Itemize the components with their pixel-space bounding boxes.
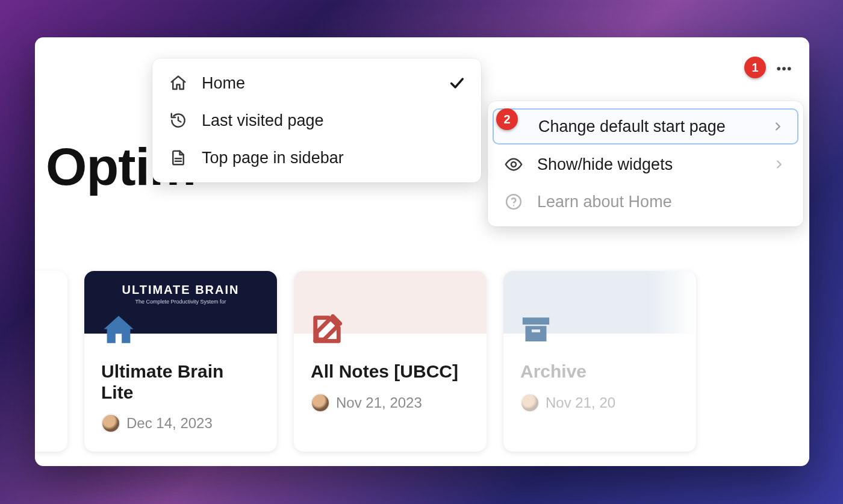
svg-rect-10 [532,329,540,332]
menu-show-hide-widgets[interactable]: Show/hide widgets [488,146,803,183]
page-card-archive[interactable]: Archive Nov 21, 20 [503,271,696,452]
history-icon [168,110,188,131]
cover-brand-subtext: The Complete Productivity System for [84,299,277,305]
menu-item-label: Show/hide widgets [537,155,771,174]
page-card-all-notes[interactable]: All Notes [UBCC] Nov 21, 2023 [294,271,487,452]
help-icon [503,191,524,212]
recent-pages-row: ULTIMATE BRAIN The Complete Productivity… [35,271,696,452]
eye-icon [503,154,524,175]
svg-point-2 [788,67,791,70]
card-stub-left [35,271,67,452]
card-date: Nov 21, 2023 [336,394,422,411]
start-page-menu: Home Last visited page Top page in sideb… [152,58,481,182]
menu-change-default-start-page[interactable]: Change default start page [493,108,798,145]
start-page-option-last-visited[interactable]: Last visited page [152,102,481,139]
svg-point-5 [513,205,514,206]
annotation-badge-2: 2 [496,108,518,130]
svg-point-3 [511,162,516,167]
svg-rect-9 [526,326,547,341]
avatar [520,393,540,412]
annotation-badge-1: 1 [744,57,766,78]
fade-overlay [648,271,696,452]
check-icon [449,75,465,92]
menu-item-label: Top page in sidebar [202,149,465,167]
overflow-menu: Change default start page Show/hide widg… [488,101,803,226]
archive-icon [519,312,556,349]
edit-icon [310,312,347,349]
menu-learn-about-home[interactable]: Learn about Home [488,183,803,220]
card-title: Ultimate Brain Lite [101,361,260,403]
avatar [311,393,330,412]
home-icon [168,73,188,93]
start-page-option-home[interactable]: Home [152,64,481,102]
more-options-button[interactable] [771,55,797,82]
card-date: Dec 14, 2023 [126,415,213,432]
card-title: All Notes [UBCC] [311,361,470,382]
app-window: Optim 1 Change default start page Show/h… [35,37,809,466]
ellipsis-icon [775,60,793,78]
menu-item-label: Last visited page [202,111,465,130]
svg-point-0 [777,67,780,70]
house-solid-icon [100,312,137,349]
menu-item-label: Home [202,74,449,93]
chevron-right-icon [771,156,788,173]
chevron-right-icon [770,118,786,135]
svg-rect-8 [523,317,549,325]
avatar [101,414,120,433]
menu-item-label: Learn about Home [537,193,788,211]
menu-item-label: Change default start page [538,117,770,136]
card-date: Nov 21, 20 [546,394,615,411]
page-icon [168,148,188,168]
page-card-ultimate-brain-lite[interactable]: ULTIMATE BRAIN The Complete Productivity… [84,271,277,452]
svg-point-1 [782,67,786,70]
start-page-option-top-sidebar[interactable]: Top page in sidebar [152,139,481,176]
cover-brand-text: ULTIMATE BRAIN [84,283,277,297]
